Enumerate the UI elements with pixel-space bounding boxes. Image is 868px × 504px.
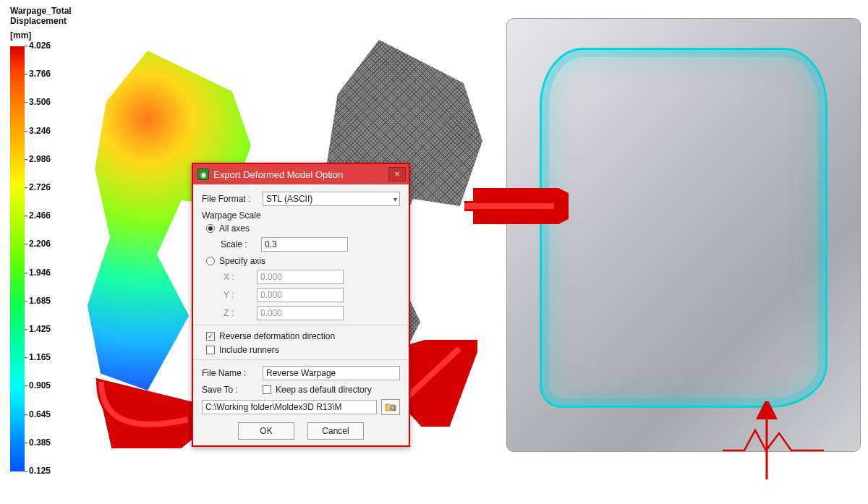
file-name-label: File Name : [202, 368, 258, 378]
z-value: 0.000 [260, 308, 282, 318]
scale-label: Scale : [221, 239, 257, 249]
legend-tick: 0.125 [29, 466, 51, 476]
x-label: X : [224, 272, 252, 282]
file-format-value: STL (ASCII) [266, 194, 312, 204]
x-value: 0.000 [260, 272, 282, 282]
legend-tick: 1.165 [29, 352, 51, 362]
folder-search-icon [385, 401, 396, 413]
legend-tick: 3.766 [29, 69, 51, 79]
reverse-deformation-checkbox[interactable] [206, 332, 215, 341]
save-path-input[interactable]: C:\Working folder\Moldex3D R13\M [202, 400, 377, 414]
all-axes-radio[interactable] [206, 224, 215, 233]
file-name-input[interactable]: Reverse Warpage [263, 366, 400, 380]
keep-default-checkbox[interactable] [263, 385, 271, 394]
app-icon: ◉ [197, 168, 209, 180]
include-runners-label: Include runners [219, 345, 279, 355]
legend-tick: 0.905 [29, 381, 51, 391]
z-label: Z : [224, 308, 252, 318]
legend-tick: 1.685 [29, 296, 51, 306]
file-format-label: File Format : [202, 194, 258, 204]
cancel-button-label: Cancel [322, 426, 349, 436]
scale-value: 0.3 [265, 239, 277, 249]
cancel-button[interactable]: Cancel [307, 422, 364, 440]
legend-unit: [mm] [10, 30, 97, 40]
ok-button[interactable]: OK [238, 422, 294, 440]
cad-crack-highlight [723, 426, 824, 451]
save-path-value: C:\Working folder\Moldex3D R13\M [205, 402, 342, 412]
legend-color-bar [10, 46, 25, 471]
legend-tick: 1.425 [29, 324, 51, 334]
dialog-title: Export Deformed Model Option [213, 169, 388, 180]
legend-tick: 0.385 [29, 437, 51, 448]
dialog-titlebar[interactable]: ◉ Export Deformed Model Option × [193, 164, 409, 184]
all-axes-radio-row[interactable]: All axes [202, 223, 400, 234]
legend-tick: 2.726 [29, 182, 51, 192]
export-deformed-model-dialog: ◉ Export Deformed Model Option × File Fo… [192, 163, 410, 447]
legend-tick: 1.946 [29, 268, 51, 278]
ok-button-label: OK [260, 426, 272, 436]
warpage-scale-label: Warpage Scale [202, 210, 400, 221]
x-input[interactable]: 0.000 [257, 270, 344, 284]
specify-axis-radio[interactable] [206, 257, 215, 265]
y-value: 0.000 [260, 290, 282, 300]
y-label: Y : [224, 290, 252, 300]
all-axes-label: All axes [219, 223, 250, 234]
y-input[interactable]: 0.000 [257, 288, 344, 302]
mold-cad-model [506, 18, 861, 452]
legend-title: Warpage_Total Displacement [10, 6, 97, 26]
browse-button[interactable] [381, 399, 400, 415]
specify-axis-label: Specify axis [219, 256, 265, 266]
color-legend: Warpage_Total Displacement [mm] 4.0263.7… [10, 6, 97, 471]
legend-tick: 3.506 [29, 98, 51, 108]
save-to-label: Save To : [202, 385, 258, 395]
legend-tick: 3.246 [29, 126, 51, 136]
close-icon[interactable]: × [388, 167, 406, 181]
scale-input[interactable]: 0.3 [261, 237, 348, 252]
include-runners-checkbox[interactable] [206, 346, 215, 354]
legend-tick: 2.466 [29, 210, 51, 221]
legend-tick: 2.206 [29, 239, 51, 249]
reverse-deformation-row[interactable]: Reverse deformation direction [202, 331, 400, 341]
z-input[interactable]: 0.000 [257, 306, 344, 320]
reverse-deformation-label: Reverse deformation direction [219, 331, 335, 341]
specify-axis-radio-row[interactable]: Specify axis [202, 256, 400, 266]
legend-tick: 0.645 [29, 409, 51, 419]
legend-tick: 4.026 [29, 40, 51, 51]
file-format-select[interactable]: STL (ASCII) [263, 192, 400, 206]
keep-default-label: Keep as default directory [276, 385, 372, 395]
legend-tick: 2.986 [29, 154, 51, 164]
legend-ticks: 4.0263.7663.5063.2462.9862.7262.4662.206… [25, 46, 97, 471]
file-name-value: Reverse Warpage [266, 368, 336, 378]
include-runners-row[interactable]: Include runners [202, 345, 400, 355]
